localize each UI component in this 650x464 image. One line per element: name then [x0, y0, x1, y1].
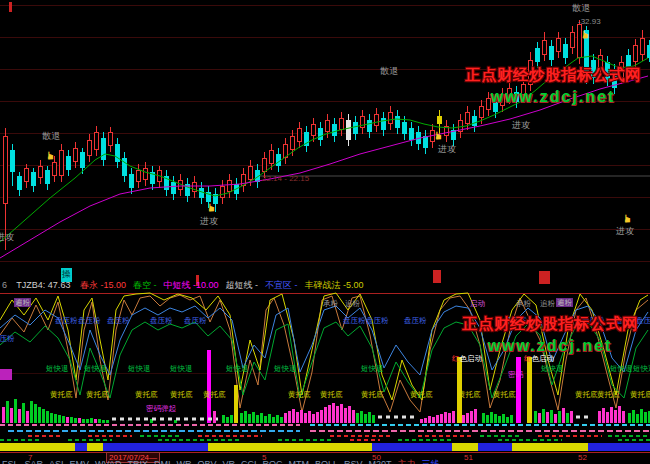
signal-label: 短快退: [610, 364, 633, 373]
signal-label: 短快退: [46, 364, 69, 373]
chart-annotation: 进攻: [616, 226, 634, 236]
indicator-tab-bar[interactable]: FSLSARASIEMVWVADTRIXDMIWROBVVRCCIROCMTMB…: [2, 459, 446, 464]
indicator-tab[interactable]: ASI: [49, 459, 64, 464]
indicator-tab[interactable]: RSV: [344, 459, 363, 464]
signal-label: 短快退: [361, 364, 384, 373]
axis-tick-label: 51: [464, 453, 473, 462]
signal-label: 短快退: [633, 364, 650, 373]
signal-label: 盘压粉: [0, 334, 15, 343]
indicator-title: TJZB4: 47.63: [16, 280, 70, 290]
signal-label: 黄托底: [597, 390, 620, 399]
signal-label: 密码弹起: [146, 404, 176, 413]
signal-label: 短快退: [84, 364, 107, 373]
signal-label: 黄托底: [575, 390, 598, 399]
signal-label: 盘压粉: [107, 316, 130, 325]
indicator-param: 不宜区 -: [265, 280, 298, 290]
signal-label: 短快退: [274, 364, 297, 373]
indicator-tab[interactable]: BOLL: [315, 459, 338, 464]
signal-label: 短快退: [226, 364, 249, 373]
signal-label: 盘压粉: [184, 316, 207, 325]
signal-label: 短快退: [170, 364, 193, 373]
indicator-tab[interactable]: OBV: [197, 459, 216, 464]
signal-label: 黄托底: [203, 390, 226, 399]
signal-label: 黄托底: [86, 390, 109, 399]
chart-annotation: 进攻: [0, 232, 14, 242]
hand-signal-icon: ☛: [580, 30, 591, 40]
chart-annotation: 22.14 - 22.15: [262, 174, 309, 184]
indicator-tab[interactable]: 主力: [398, 459, 416, 464]
signal-label: 黄托底: [493, 390, 516, 399]
signal-label: 黄托底: [630, 390, 650, 399]
signal-label: 黄托底: [170, 390, 193, 399]
indicator-param: 春永 -15.00: [80, 280, 126, 290]
signal-label: 承粉: [323, 299, 338, 308]
signal-label: 遍粉: [556, 298, 573, 307]
signal-label: 黄托底: [50, 390, 73, 399]
indicator-tab[interactable]: M20T: [368, 459, 391, 464]
chart-annotation: 散退: [572, 3, 590, 13]
signal-label: 盘压粉: [343, 316, 366, 325]
indicator-tab[interactable]: EMV: [70, 459, 90, 464]
signal-label: 盘压粉: [150, 316, 173, 325]
indicator-tab[interactable]: WR: [176, 459, 191, 464]
signal-label: 盘压粉: [582, 316, 605, 325]
indicator-tab[interactable]: WVAD: [95, 459, 121, 464]
signal-label: 启动: [470, 299, 485, 308]
chart-annotation: -32.93: [578, 17, 601, 27]
signal-label: 黄托底: [288, 390, 311, 399]
signal-label: 盘压粉: [636, 316, 650, 325]
chart-annotation: 进攻: [200, 216, 218, 226]
indicator-tab[interactable]: CCI: [241, 459, 257, 464]
signal-label: 短快退: [128, 364, 151, 373]
indicator-tab[interactable]: DMI: [154, 459, 171, 464]
hand-signal-icon: ☛: [622, 214, 633, 224]
tdx-window: 散退进攻进攻22.14 - 22.15散退进攻进攻散退-32.93进攻☛☛☛☛☛…: [0, 0, 650, 464]
indicator-tab[interactable]: VR: [222, 459, 235, 464]
signal-label: 密码: [508, 370, 523, 379]
signal-label: 承粉: [516, 299, 531, 308]
signal-label: 盘压粉: [505, 316, 528, 325]
hand-signal-icon: ☛: [45, 151, 56, 161]
hand-signal-icon: ☛: [206, 203, 217, 213]
signal-label: 盘压粉: [366, 316, 389, 325]
indicator-tab[interactable]: SAR: [25, 459, 44, 464]
signal-label: 红色启动: [524, 354, 554, 363]
signal-label: 遍粉: [14, 298, 31, 307]
indicator-param: 超短线 -: [225, 280, 258, 290]
signal-label: 红色启动: [452, 354, 482, 363]
indicator-tab[interactable]: TRIX: [127, 459, 148, 464]
indicator-tab[interactable]: MTM: [288, 459, 309, 464]
signal-label: 短快退: [541, 364, 564, 373]
indicator-tab[interactable]: FSL: [2, 459, 19, 464]
signal-label: 盘压粉: [404, 316, 427, 325]
chart-annotation: 散退: [42, 131, 60, 141]
indicator-window-number: 6: [2, 280, 7, 290]
indicator-param: 春空 -: [133, 280, 157, 290]
chart-annotation: 进攻: [512, 120, 530, 130]
axis-tick-label: 52: [578, 453, 587, 462]
signal-label: 盘压粉: [78, 316, 101, 325]
signal-label: 黄托底: [361, 390, 384, 399]
signal-label: 追粉: [540, 299, 555, 308]
signal-label: 黄托底: [320, 390, 343, 399]
labels-overlay: 散退进攻进攻22.14 - 22.15散退进攻进攻散退-32.93进攻☛☛☛☛☛…: [0, 0, 650, 464]
indicator-tab[interactable]: 三线: [422, 459, 440, 464]
signal-label: 黄托底: [135, 390, 158, 399]
indicator-param: 中短线 -10.00: [163, 280, 218, 290]
signal-label: 黄托底: [410, 390, 433, 399]
signal-label: 追粉: [345, 299, 360, 308]
chart-annotation: 进攻: [438, 144, 456, 154]
indicator-tab[interactable]: ROC: [262, 459, 282, 464]
signal-label: 黄托底: [458, 390, 481, 399]
chart-annotation: 散退: [380, 66, 398, 76]
indicator-header[interactable]: 6 TJZB4: 47.63 春永 -15.00春空 -中短线 -10.00超短…: [2, 280, 370, 291]
indicator-param: 丰碑战法 -5.00: [304, 280, 363, 290]
hand-signal-icon: ☛: [433, 131, 444, 141]
signal-label: 盘压粉: [55, 316, 78, 325]
